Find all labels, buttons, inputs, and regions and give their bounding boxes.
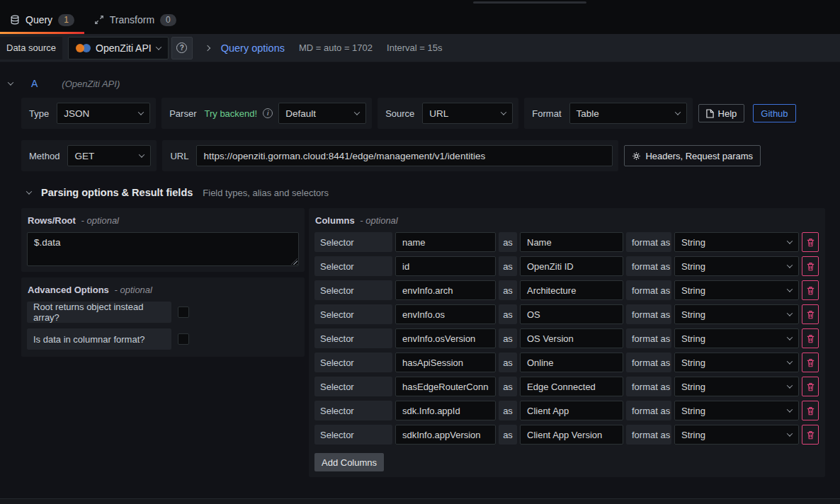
query-options-md-summary: MD = auto = 1702 xyxy=(299,42,373,53)
collapse-query-chevron-icon[interactable] xyxy=(8,79,13,85)
tab-transform[interactable]: Transform 0 xyxy=(84,6,186,34)
selector-label: Selector xyxy=(314,425,392,445)
headers-request-params-button[interactable]: Headers, Request params xyxy=(624,145,761,166)
trash-icon xyxy=(807,406,815,416)
method-select[interactable]: GET xyxy=(67,145,151,166)
chevron-down-icon xyxy=(787,310,793,316)
column-selector-input[interactable] xyxy=(395,377,496,396)
format-as-label: format as xyxy=(626,401,671,420)
delete-column-button[interactable] xyxy=(802,280,819,300)
delete-column-button[interactable] xyxy=(802,377,819,396)
chevron-down-icon xyxy=(155,44,161,50)
rows-root-input[interactable]: $.data xyxy=(27,232,299,266)
column-row: Selector as format as String xyxy=(314,232,819,252)
method-value: GET xyxy=(74,151,94,161)
parser-label: Parser xyxy=(167,108,198,119)
selector-label: Selector xyxy=(314,328,392,348)
editor-row-request: Method GET URL Headers, Request params xyxy=(21,140,819,171)
parsing-grid: Rows/Root - optional $.data Advanced Opt… xyxy=(21,208,825,477)
column-alias-input[interactable] xyxy=(520,328,623,348)
as-label: as xyxy=(499,232,517,252)
selector-label: Selector xyxy=(314,304,392,324)
parser-select[interactable]: Default xyxy=(278,103,366,124)
datasource-picker[interactable]: OpenZiti API xyxy=(68,37,169,59)
column-selector-input[interactable] xyxy=(395,232,496,252)
delete-column-button[interactable] xyxy=(802,425,819,445)
column-format-value: String xyxy=(681,357,705,368)
database-icon xyxy=(10,15,20,25)
parser-value: Default xyxy=(285,108,316,119)
column-format-select[interactable]: String xyxy=(674,280,799,300)
format-field-group: Format Table xyxy=(524,98,692,129)
parsing-section-header[interactable]: Parsing options & Result fields Field ty… xyxy=(27,187,840,198)
chevron-down-icon xyxy=(787,430,793,436)
format-select[interactable]: Table xyxy=(569,103,687,124)
column-format-select[interactable]: String xyxy=(674,232,799,252)
add-columns-button[interactable]: Add Columns xyxy=(314,453,384,471)
delete-column-button[interactable] xyxy=(802,232,819,252)
help-button[interactable]: Help xyxy=(698,104,745,122)
column-alias-input[interactable] xyxy=(520,377,623,396)
query-ref-id[interactable]: A xyxy=(31,78,38,89)
root-returns-object-checkbox[interactable] xyxy=(178,307,189,318)
chevron-right-icon xyxy=(205,46,210,50)
column-alias-input[interactable] xyxy=(520,401,623,420)
column-format-select[interactable]: String xyxy=(674,401,799,420)
format-as-label: format as xyxy=(626,377,671,396)
columnar-format-checkbox[interactable] xyxy=(178,333,189,345)
tab-query[interactable]: Query 1 xyxy=(0,6,84,34)
column-format-value: String xyxy=(681,382,705,392)
column-selector-input[interactable] xyxy=(395,304,496,324)
url-input[interactable] xyxy=(196,145,613,166)
column-alias-input[interactable] xyxy=(520,304,623,324)
column-selector-input[interactable] xyxy=(395,353,496,372)
column-alias-input[interactable] xyxy=(520,232,623,252)
github-button[interactable]: Github xyxy=(753,104,795,122)
column-selector-input[interactable] xyxy=(395,280,496,300)
query-row-header[interactable]: A (OpenZiti API) xyxy=(8,78,840,89)
trash-icon xyxy=(807,382,815,391)
delete-column-button[interactable] xyxy=(802,256,819,276)
pane-drag-handle[interactable] xyxy=(473,1,586,4)
as-label: as xyxy=(499,377,517,396)
info-circle-icon[interactable]: i xyxy=(263,108,273,118)
column-selector-input[interactable] xyxy=(395,401,496,420)
column-alias-input[interactable] xyxy=(520,425,623,445)
datasource-label: Data source xyxy=(0,37,62,59)
source-field-group: Source URL xyxy=(378,98,518,129)
column-format-select[interactable]: String xyxy=(674,304,799,324)
delete-column-button[interactable] xyxy=(802,353,819,372)
column-selector-input[interactable] xyxy=(395,256,496,276)
source-select[interactable]: URL xyxy=(422,103,513,124)
delete-column-button[interactable] xyxy=(802,401,819,420)
query-editor-screen: Query 1 Transform 0 Data source OpenZiti… xyxy=(0,0,840,504)
format-as-label: format as xyxy=(626,280,671,300)
as-label: as xyxy=(499,304,517,324)
column-format-select[interactable]: String xyxy=(674,425,799,445)
delete-column-button[interactable] xyxy=(802,328,819,348)
column-alias-input[interactable] xyxy=(520,256,623,276)
as-label: as xyxy=(499,256,517,276)
type-select[interactable]: JSON xyxy=(57,103,150,124)
query-options-toggle[interactable]: Query options xyxy=(221,42,285,54)
columns-panel: Columns - optional Selector as format as… xyxy=(309,208,825,477)
delete-column-button[interactable] xyxy=(802,304,819,324)
openziti-logo xyxy=(76,43,91,53)
column-format-value: String xyxy=(681,261,705,272)
collapse-section-chevron-icon[interactable] xyxy=(26,188,32,194)
method-field-group: Method GET xyxy=(21,140,157,171)
column-alias-input[interactable] xyxy=(520,353,623,372)
column-format-select[interactable]: String xyxy=(674,256,799,276)
column-format-select[interactable]: String xyxy=(674,377,799,396)
column-selector-input[interactable] xyxy=(395,425,496,445)
column-alias-input[interactable] xyxy=(520,280,623,300)
column-selector-input[interactable] xyxy=(395,328,496,348)
as-label: as xyxy=(499,280,517,300)
column-format-select[interactable]: String xyxy=(674,328,799,348)
advanced-option-row: Root returns object instead array? xyxy=(27,302,299,323)
github-button-label: Github xyxy=(761,108,788,119)
datasource-help-button[interactable]: ? xyxy=(171,37,193,59)
chevron-down-icon xyxy=(787,238,793,244)
root-returns-object-label: Root returns object instead array? xyxy=(27,302,171,323)
column-format-select[interactable]: String xyxy=(674,353,799,372)
